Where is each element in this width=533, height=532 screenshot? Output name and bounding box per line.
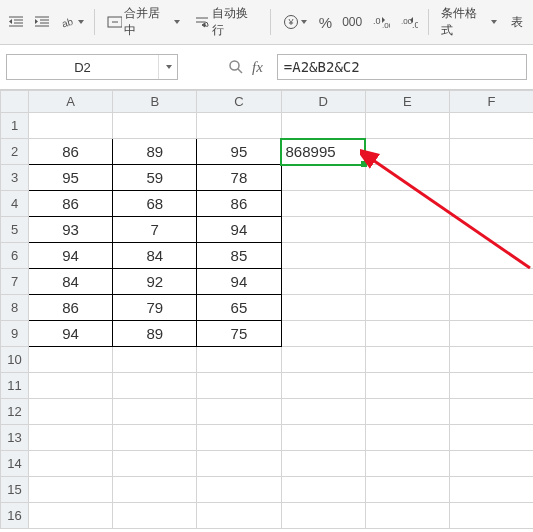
row-header[interactable]: 13 (1, 425, 29, 451)
cell[interactable]: 89 (113, 321, 197, 347)
cell[interactable] (29, 113, 113, 139)
decrease-decimal-button[interactable]: .00.0 (398, 8, 420, 36)
cell[interactable]: 86 (29, 191, 113, 217)
cell[interactable]: 84 (113, 243, 197, 269)
cell[interactable] (281, 165, 365, 191)
cell[interactable]: 75 (197, 321, 281, 347)
col-header[interactable]: E (365, 91, 449, 113)
cell[interactable]: 86 (29, 295, 113, 321)
cell[interactable] (365, 373, 449, 399)
cell[interactable] (113, 477, 197, 503)
row-header[interactable]: 3 (1, 165, 29, 191)
cell[interactable] (365, 139, 449, 165)
cell[interactable] (197, 399, 281, 425)
cell[interactable] (281, 217, 365, 243)
col-header[interactable]: C (197, 91, 281, 113)
cell[interactable] (449, 477, 533, 503)
cell[interactable]: 79 (113, 295, 197, 321)
fx-icon[interactable]: fx (252, 59, 263, 76)
cell[interactable] (281, 503, 365, 529)
cell[interactable] (365, 425, 449, 451)
row-header[interactable]: 4 (1, 191, 29, 217)
cell[interactable] (197, 451, 281, 477)
cell[interactable] (197, 113, 281, 139)
row-header[interactable]: 10 (1, 347, 29, 373)
cell[interactable]: 84 (29, 269, 113, 295)
cell[interactable]: 94 (29, 321, 113, 347)
cell[interactable] (365, 191, 449, 217)
cell[interactable] (449, 269, 533, 295)
wrap-text-button[interactable]: 自动换行 (190, 8, 262, 36)
cell[interactable]: 7 (113, 217, 197, 243)
cell[interactable] (29, 477, 113, 503)
cell[interactable] (449, 373, 533, 399)
cell-active[interactable]: 868995 (281, 139, 365, 165)
row-header[interactable]: 1 (1, 113, 29, 139)
table-format-button[interactable]: 表 (507, 8, 527, 36)
row-header[interactable]: 5 (1, 217, 29, 243)
cell[interactable] (113, 451, 197, 477)
col-header[interactable]: F (449, 91, 533, 113)
cell[interactable] (281, 373, 365, 399)
cell[interactable] (449, 191, 533, 217)
cell[interactable] (365, 477, 449, 503)
cell[interactable]: 86 (197, 191, 281, 217)
cell[interactable] (197, 477, 281, 503)
cell[interactable] (29, 399, 113, 425)
increase-decimal-button[interactable]: .0.00 (370, 8, 392, 36)
cell[interactable] (365, 399, 449, 425)
cell[interactable] (113, 113, 197, 139)
indent-increase-button[interactable] (32, 8, 52, 36)
cell[interactable] (449, 503, 533, 529)
cell[interactable] (281, 295, 365, 321)
select-all-corner[interactable] (1, 91, 29, 113)
row-header[interactable]: 7 (1, 269, 29, 295)
cell[interactable] (449, 321, 533, 347)
cell[interactable] (449, 399, 533, 425)
row-header[interactable]: 15 (1, 477, 29, 503)
merge-center-button[interactable]: 合并居中 (103, 8, 184, 36)
row-header[interactable]: 8 (1, 295, 29, 321)
text-orientation-button[interactable]: ab (58, 8, 86, 36)
cell[interactable] (365, 321, 449, 347)
cell[interactable] (113, 347, 197, 373)
cell[interactable] (449, 347, 533, 373)
col-header[interactable]: B (113, 91, 197, 113)
cell[interactable] (449, 295, 533, 321)
cell[interactable] (365, 347, 449, 373)
row-header[interactable]: 14 (1, 451, 29, 477)
cell[interactable] (449, 243, 533, 269)
cell[interactable]: 85 (197, 243, 281, 269)
indent-decrease-button[interactable] (6, 8, 26, 36)
cell[interactable] (281, 191, 365, 217)
cell[interactable] (197, 347, 281, 373)
cell[interactable] (281, 477, 365, 503)
cell[interactable]: 95 (29, 165, 113, 191)
cell[interactable]: 92 (113, 269, 197, 295)
name-box[interactable]: D2 (6, 54, 178, 80)
cell[interactable] (365, 113, 449, 139)
cell[interactable] (281, 425, 365, 451)
cell[interactable] (281, 399, 365, 425)
cell[interactable] (281, 243, 365, 269)
cell[interactable]: 86 (29, 139, 113, 165)
cell[interactable] (365, 165, 449, 191)
row-header[interactable]: 16 (1, 503, 29, 529)
cell[interactable] (449, 139, 533, 165)
cell[interactable]: 93 (29, 217, 113, 243)
cell[interactable]: 89 (113, 139, 197, 165)
cell[interactable] (197, 373, 281, 399)
cell[interactable] (113, 425, 197, 451)
cell[interactable] (365, 295, 449, 321)
cell[interactable] (197, 503, 281, 529)
cell[interactable] (365, 503, 449, 529)
cell[interactable] (281, 113, 365, 139)
cell[interactable] (29, 373, 113, 399)
cell[interactable] (449, 217, 533, 243)
comma-format-button[interactable]: 000 (340, 8, 364, 36)
cell[interactable] (29, 425, 113, 451)
cell[interactable] (29, 347, 113, 373)
cell[interactable] (281, 321, 365, 347)
row-header[interactable]: 2 (1, 139, 29, 165)
cell[interactable] (281, 347, 365, 373)
